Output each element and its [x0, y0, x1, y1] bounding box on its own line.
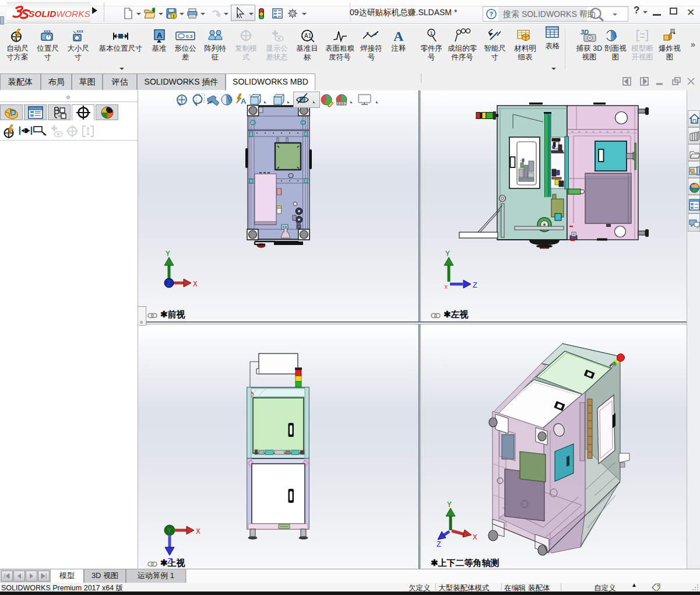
svg-text:A: A	[157, 31, 163, 40]
svg-text:A1: A1	[304, 33, 312, 39]
svg-text:x: x	[444, 284, 448, 290]
svg-text:xxx: xxx	[76, 29, 83, 34]
svg-text:Y: Y	[447, 501, 452, 509]
svg-text:!: !	[173, 13, 175, 19]
svg-text:A: A	[241, 97, 247, 106]
svg-text:X: X	[196, 527, 200, 536]
svg-text:?: ?	[490, 10, 494, 18]
svg-text:X: X	[473, 533, 477, 542]
svg-text:0.3: 0.3	[186, 34, 193, 39]
svg-text:Y: Y	[166, 250, 170, 258]
svg-text:Y: Y	[445, 250, 450, 258]
svg-text:Z: Z	[167, 280, 171, 288]
svg-text:1: 1	[430, 30, 433, 36]
svg-text:A: A	[393, 29, 404, 43]
svg-text:X: X	[193, 280, 198, 289]
svg-text:Z: Z	[167, 557, 172, 566]
svg-text:Z: Z	[437, 540, 441, 548]
svg-text:Z: Z	[473, 281, 477, 290]
svg-text:Y: Y	[167, 527, 171, 536]
